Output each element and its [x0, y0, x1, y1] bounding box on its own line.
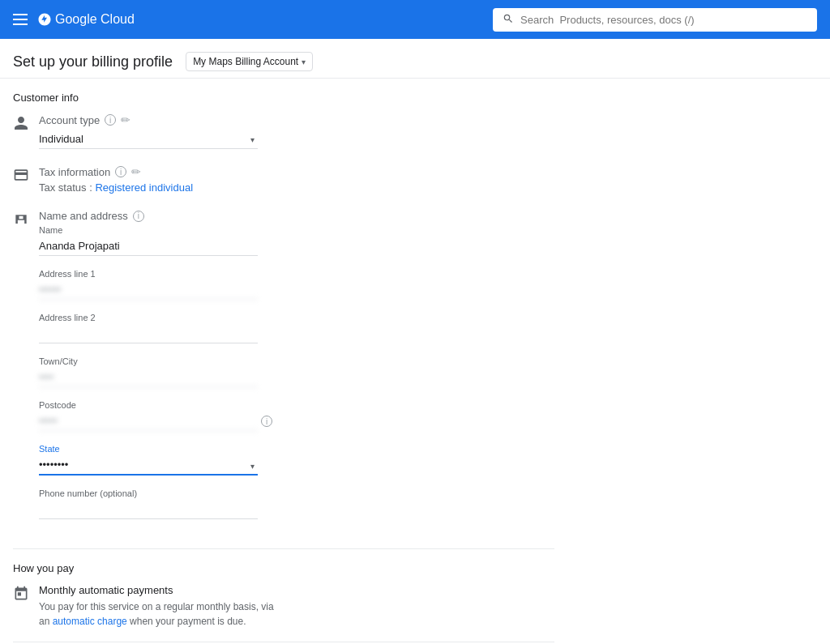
main-content: Customer info Account type i ✏ Individua…: [0, 79, 567, 644]
chevron-down-icon: ▾: [302, 58, 306, 66]
tax-status-prefix: Tax status :: [39, 181, 95, 194]
person-icon: [13, 115, 29, 131]
address1-field: Address line 1: [39, 269, 554, 300]
search-input[interactable]: [520, 14, 807, 26]
address2-label: Address line 2: [39, 313, 554, 322]
how-you-pay-section: How you pay Monthly automatic payments Y…: [13, 562, 554, 629]
tax-edit-icon[interactable]: ✏: [131, 165, 141, 178]
account-name: My Maps Billing Account: [193, 56, 298, 67]
page-title: Set up your billing profile: [13, 53, 173, 70]
name-address-content: Name and address i Name Address line 1 A…: [39, 210, 554, 532]
phone-label: Phone number (optional): [39, 488, 554, 498]
address1-input[interactable]: [39, 280, 258, 300]
state-select-wrapper[interactable]: •••••••• ▾: [39, 455, 258, 476]
account-dropdown[interactable]: My Maps Billing Account ▾: [186, 52, 313, 71]
pay-description: You pay for this service on a regular mo…: [39, 599, 274, 629]
state-select[interactable]: ••••••••: [39, 455, 258, 476]
account-type-content: Account type i ✏ Individual Business ▾: [39, 113, 554, 149]
postcode-field: Postcode i: [39, 400, 554, 431]
menu-icon[interactable]: [13, 14, 28, 25]
how-you-pay-title: How you pay: [13, 562, 554, 574]
state-field: State •••••••• ▾: [39, 444, 554, 476]
name-field: Name: [39, 225, 554, 256]
postcode-input[interactable]: [39, 412, 258, 431]
postcode-row: i: [39, 412, 554, 431]
page-header: Set up your billing profile My Maps Bill…: [0, 39, 830, 79]
account-type-select[interactable]: Individual Business: [39, 130, 258, 149]
automatic-charge-link[interactable]: automatic charge: [53, 616, 127, 627]
tax-status-value: Registered individual: [95, 181, 193, 194]
account-type-info-icon[interactable]: i: [105, 114, 116, 126]
postcode-label: Postcode: [39, 400, 554, 410]
account-type-label: Account type: [39, 114, 100, 126]
city-label: Town/City: [39, 356, 554, 366]
name-label: Name: [39, 225, 554, 235]
pay-method-label: Monthly automatic payments: [39, 584, 274, 596]
account-type-section: Account type i ✏ Individual Business ▾: [13, 113, 554, 149]
calendar-icon: [13, 586, 29, 602]
pay-content: Monthly automatic payments You pay for t…: [39, 584, 274, 629]
city-input[interactable]: [39, 368, 258, 387]
customer-info-title: Customer info: [13, 92, 554, 104]
address-icon: [13, 211, 29, 228]
tax-status-row: Tax status : Registered individual: [39, 181, 554, 194]
google-cloud-logo: Google Cloud: [37, 12, 135, 27]
tax-icon: [13, 167, 29, 183]
tax-info-label: Tax information: [39, 166, 110, 178]
phone-input[interactable]: [39, 500, 258, 519]
account-type-select-wrapper[interactable]: Individual Business ▾: [39, 130, 258, 149]
address2-input[interactable]: [39, 324, 258, 343]
tax-info-section: Tax information i ✏ Tax status : Registe…: [13, 165, 554, 194]
address2-field: Address line 2: [39, 313, 554, 343]
name-input[interactable]: [39, 237, 258, 256]
city-field: Town/City: [39, 356, 554, 387]
postcode-info-icon[interactable]: i: [261, 416, 272, 427]
pay-row: Monthly automatic payments You pay for t…: [13, 584, 554, 629]
name-address-section: Name and address i Name Address line 1 A…: [13, 210, 554, 532]
account-type-edit-icon[interactable]: ✏: [121, 113, 130, 126]
address1-label: Address line 1: [39, 269, 554, 279]
search-icon: [503, 13, 514, 27]
tax-info-content: Tax information i ✏ Tax status : Registe…: [39, 165, 554, 194]
name-address-label: Name and address: [39, 210, 128, 222]
search-bar[interactable]: [493, 8, 817, 32]
tax-info-icon[interactable]: i: [115, 166, 126, 177]
pay-desc-end: when your payment is due.: [127, 616, 246, 627]
state-label: State: [39, 444, 554, 454]
phone-field: Phone number (optional): [39, 488, 554, 519]
top-nav: Google Cloud: [0, 0, 830, 39]
name-address-info-icon[interactable]: i: [133, 211, 144, 222]
divider-2: [13, 642, 554, 642]
divider-1: [13, 548, 554, 549]
logo-text: Google Cloud: [55, 12, 135, 27]
